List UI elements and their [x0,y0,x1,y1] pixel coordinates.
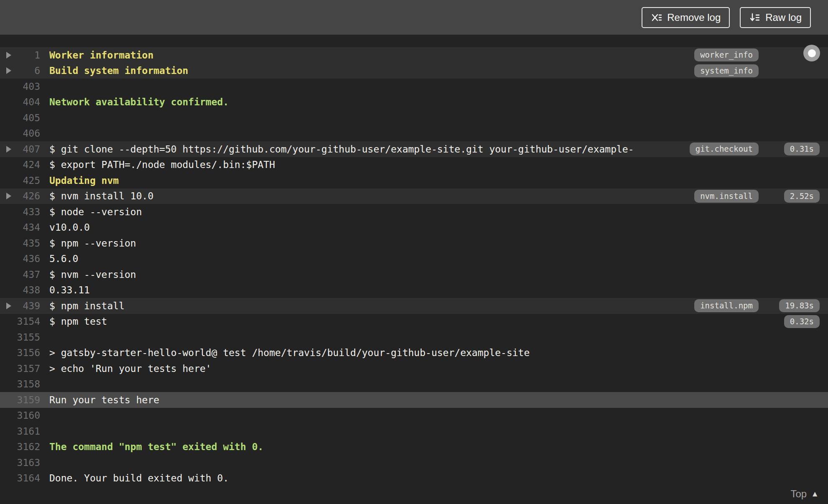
scroll-indicator-dot [808,49,816,57]
line-text: 5.6.0 [49,253,820,264]
duration-slot: 0.31s [759,143,820,155]
fold-toggle-arrow-icon[interactable] [6,67,11,74]
duration-slot: 19.83s [759,299,820,312]
job-stage-tag: worker_info [694,48,759,61]
line-number[interactable]: 405 [15,112,40,123]
line-text: $ nvm install 10.0 [49,191,694,201]
line-number[interactable]: 426 [15,191,40,201]
line-number[interactable]: 3163 [15,457,40,468]
log-line: 403 [0,79,828,94]
log-line: 424 $ export PATH=./node_modules/.bin:$P… [0,157,828,173]
line-number[interactable]: 3155 [15,332,40,343]
line-number[interactable]: 438 [15,285,40,295]
line-text: > echo 'Run your tests here' [49,363,820,374]
fold-toggle-arrow-icon[interactable] [6,193,11,199]
line-number[interactable]: 3157 [15,363,40,374]
line-text: $ node --version [49,206,820,217]
line-text: The command "npm test" exited with 0. [49,441,820,452]
line-tags: 0.32s [759,315,820,328]
scroll-to-top-link[interactable]: Top ▲ [790,488,819,500]
fold-arrow-cell [0,67,15,74]
raw-log-button[interactable]: Raw log [740,7,811,28]
log-line: 406 [0,126,828,142]
log-line: 433 $ node --version [0,204,828,220]
fold-arrow-cell [0,146,15,153]
line-text: v10.0.0 [49,222,820,233]
log-line: 3157 > echo 'Run your tests here' [0,361,828,377]
scroll-indicator[interactable] [803,45,820,61]
remove-log-button[interactable]: Remove log [642,7,730,28]
job-stage-tag: git.checkout [690,143,759,155]
job-stage-tag: nvm.install [694,190,759,203]
line-number[interactable]: 1 [15,50,40,61]
log-line: 3156 > gatsby-starter-hello-world@ test … [0,345,828,361]
line-text: 0.33.11 [49,285,820,295]
log-line: 435 $ npm --version [0,235,828,251]
duration-slot: 2.52s [759,190,820,203]
line-number[interactable]: 3164 [15,473,40,484]
fold-arrow-cell [0,193,15,199]
log-line: 434 v10.0.0 [0,220,828,236]
line-number[interactable]: 3161 [15,426,40,437]
log-line: 426 $ nvm install 10.0 nvm.install2.52s [0,188,828,204]
line-number[interactable]: 439 [15,300,40,311]
line-text: $ npm --version [49,238,820,249]
fold-toggle-arrow-icon[interactable] [6,52,11,59]
raw-log-label: Raw log [765,12,802,23]
duration-badge: 0.32s [784,315,820,328]
line-number[interactable]: 3154 [15,316,40,327]
line-number[interactable]: 437 [15,269,40,280]
duration-badge: 2.52s [784,190,820,203]
log-line: 3154 $ npm test 0.32s [0,314,828,330]
log-line-list: 1 Worker information worker_info 6 Build… [0,35,828,486]
line-tags: nvm.install2.52s [694,190,820,203]
duration-badge: 0.31s [784,143,820,155]
fold-toggle-arrow-icon[interactable] [6,303,11,309]
log-line: 439 $ npm install install.npm19.83s [0,298,828,314]
log-line: 3159 Run your tests here [0,392,828,408]
line-number[interactable]: 434 [15,222,40,233]
log-line: 425 Updating nvm [0,173,828,188]
line-number[interactable]: 3160 [15,410,40,421]
fold-toggle-arrow-icon[interactable] [6,146,11,153]
line-number[interactable]: 403 [15,81,40,92]
log-line: 3164 Done. Your build exited with 0. [0,471,828,486]
top-label: Top [790,488,807,500]
line-number[interactable]: 425 [15,175,40,186]
line-text: Done. Your build exited with 0. [49,473,820,484]
line-tags: install.npm19.83s [694,299,820,312]
log-line: 3162 The command "npm test" exited with … [0,439,828,455]
raw-log-icon [749,12,760,23]
line-text: $ export PATH=./node_modules/.bin:$PATH [49,159,820,170]
log-line: 3161 [0,423,828,439]
log-line: 404 Network availability confirmed. [0,94,828,110]
line-number[interactable]: 424 [15,159,40,170]
log-line: 436 5.6.0 [0,251,828,267]
log-line: 437 $ nvm --version [0,267,828,283]
line-number[interactable]: 3156 [15,347,40,358]
line-number[interactable]: 406 [15,128,40,139]
log-line: 3160 [0,408,828,424]
log-toolbar: Remove log Raw log [0,0,828,35]
line-number[interactable]: 433 [15,206,40,217]
log-line: 438 0.33.11 [0,283,828,298]
line-tags: git.checkout0.31s [690,143,820,155]
line-number[interactable]: 3159 [15,395,40,405]
line-number[interactable]: 3162 [15,441,40,452]
line-number[interactable]: 404 [15,97,40,107]
log-line: 3155 [0,329,828,345]
line-text: Build system information [49,65,694,76]
job-stage-tag: system_info [694,64,759,77]
fold-arrow-cell [0,52,15,59]
line-text: Updating nvm [49,175,820,186]
line-number[interactable]: 407 [15,144,40,155]
line-text: > gatsby-starter-hello-world@ test /home… [49,347,820,358]
job-stage-tag: install.npm [694,299,759,312]
duration-badge: 19.83s [779,299,820,312]
line-text: $ npm test [49,316,759,327]
line-number[interactable]: 3158 [15,379,40,389]
build-log-page: Remove log Raw log 1 Worker information … [0,0,828,504]
line-number[interactable]: 435 [15,238,40,249]
line-number[interactable]: 6 [15,65,40,76]
line-number[interactable]: 436 [15,253,40,264]
